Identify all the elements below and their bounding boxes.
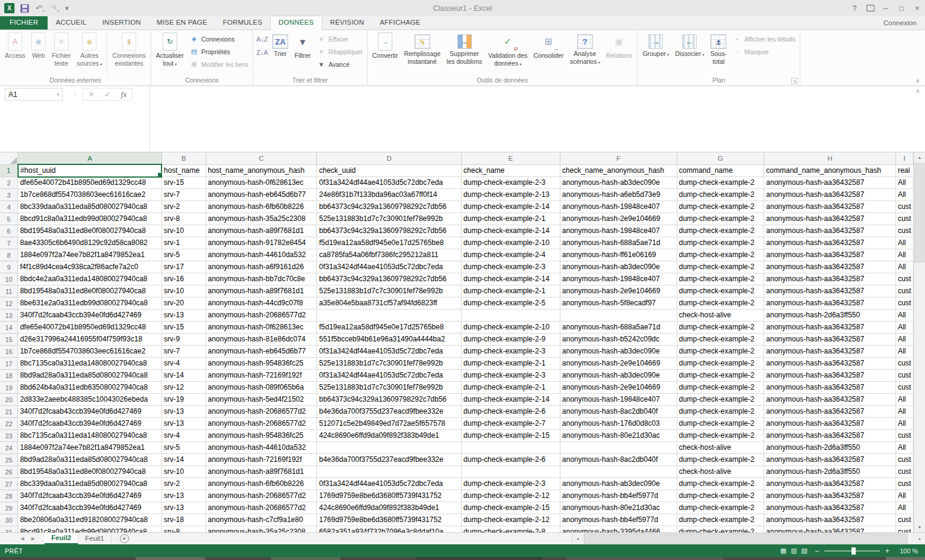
sort-az-button[interactable]: A↓Z — [255, 33, 269, 45]
cell-C18[interactable]: anonymous-hash-72169f192f — [205, 370, 317, 382]
cell-H10[interactable]: anonymous-hash-aa36432587 — [764, 273, 896, 285]
cell-I3[interactable]: All — [895, 189, 913, 201]
cell-B14[interactable]: srv-15 — [161, 322, 205, 334]
cell-I5[interactable]: cust — [895, 213, 913, 225]
row-header-14[interactable]: 14 — [0, 322, 18, 334]
cell-D5[interactable]: 525e131883b1d7c7c30901fef78e992b — [317, 213, 462, 225]
close-button[interactable]: × — [909, 0, 925, 16]
cell-H18[interactable]: anonymous-hash-aa36432587 — [764, 370, 896, 382]
cell-B19[interactable]: srv-12 — [161, 382, 205, 394]
zoom-level[interactable]: 100 % — [895, 547, 918, 555]
cell-I4[interactable]: cust — [895, 201, 913, 213]
cell-B27[interactable]: srv-2 — [161, 478, 205, 490]
reapply-filter-button[interactable]: ▼Réappliquer — [314, 45, 365, 58]
cell-C10[interactable]: anonymous-hash-bb7dc70c8e — [205, 273, 317, 285]
cell-D24[interactable] — [317, 442, 462, 454]
cell-A28[interactable]: 340f7d2fcaab43ccb394e0fd6d427469 — [18, 490, 162, 502]
cell-C21[interactable]: anonymous-hash-20686577d2 — [205, 406, 317, 418]
ungroup-button[interactable]: ←Dissocier▾ — [672, 32, 707, 60]
customize-qat-button[interactable]: ▾ — [65, 4, 69, 13]
cell-F20[interactable]: anonymous-hash-19848ce407 — [560, 394, 677, 406]
cell-D23[interactable]: 424c8690e6ffd9da09f892f383b49de1 — [317, 430, 462, 442]
cell-D3[interactable]: 24e86f31b7f133bda96ac03a67ff0f14 — [317, 189, 462, 201]
cell-D21[interactable]: b4e36da700f3755d237eacd9fbee332e — [317, 406, 462, 418]
row-header-1[interactable]: 1 — [0, 164, 18, 177]
tab-affichage[interactable]: AFFICHAGE — [372, 16, 428, 30]
row-header-28[interactable]: 28 — [0, 490, 18, 502]
formula-bar-collapse-button[interactable]: ∧ — [914, 88, 922, 94]
cell-C24[interactable]: anonymous-hash-44610da532 — [205, 442, 317, 454]
cell-B2[interactable]: srv-15 — [161, 177, 205, 189]
cell-A19[interactable]: 8bd624b4a0a311edb635080027940ca8 — [18, 382, 162, 394]
tab-mise-en-page[interactable]: MISE EN PAGE — [149, 16, 215, 30]
cell-D4[interactable]: bb64373c94c329a13609798292c7db56 — [317, 201, 462, 213]
cell-A17[interactable]: 8bc7135ca0a311eda148080027940ca8 — [18, 358, 162, 370]
column-header-I[interactable]: I — [895, 152, 913, 164]
cell-E25[interactable]: dump-check-example-2-6 — [462, 454, 560, 466]
cell-A18[interactable]: 8bd9ad28a0a311eda85d080027940ca8 — [18, 370, 162, 382]
cell-G19[interactable]: dump-check-example-2 — [677, 382, 764, 394]
cell-G28[interactable]: dump-check-example-2 — [677, 490, 764, 502]
cell-I16[interactable]: All — [895, 346, 913, 358]
row-header-10[interactable]: 10 — [0, 273, 18, 285]
cell-H7[interactable]: anonymous-hash-aa36432587 — [764, 237, 896, 249]
cell-B12[interactable]: srv-20 — [161, 297, 205, 310]
cell-E19[interactable]: dump-check-example-2-1 — [462, 382, 560, 394]
cell-F31[interactable]: anonymous-hash-3395da4466 — [560, 526, 677, 533]
cell-D27[interactable]: 0f31a3424df44ae41053d5c72dbc7eda — [317, 478, 462, 490]
cell-A12[interactable]: 8be631e2a0a311edb99d080027940ca8 — [18, 297, 162, 310]
connections-button[interactable]: ◈Connexions — [187, 33, 251, 45]
row-header-5[interactable]: 5 — [0, 213, 18, 225]
existing-connections-button[interactable]: ▮Connexions existantes — [109, 32, 148, 67]
web-button[interactable]: ◉Web — [28, 32, 49, 60]
column-header-G[interactable]: G — [677, 152, 764, 164]
cell-D31[interactable]: 6582a351a934f732b7096e3c8ddaf10a — [317, 526, 462, 533]
cell-A4[interactable]: 8bc339daa0a311eda85d080027940ca8 — [18, 201, 162, 213]
cell-A14[interactable]: dfe65e40072b41b8950ed69d1329cc48 — [18, 322, 162, 334]
cell-C5[interactable]: anonymous-hash-35a25c2308 — [205, 213, 317, 225]
cell-D25[interactable]: b4e36da700f3755d237eacd9fbee332e — [317, 454, 462, 466]
cell-E13[interactable] — [462, 310, 560, 322]
zoom-slider-thumb[interactable] — [851, 547, 856, 555]
cell-H30[interactable]: anonymous-hash-aa36432587 — [764, 514, 896, 526]
cell-D2[interactable]: 0f31a3424df44ae41053d5c72dbc7eda — [317, 177, 462, 189]
column-header-A[interactable]: A — [18, 152, 162, 164]
cell-E26[interactable] — [462, 466, 560, 478]
row-header-21[interactable]: 21 — [0, 406, 18, 418]
cell-F23[interactable]: anonymous-hash-80e21d30ac — [560, 430, 677, 442]
row-header-4[interactable]: 4 — [0, 201, 18, 213]
cell-D1[interactable]: check_uuid — [317, 164, 462, 177]
cell-F21[interactable]: anonymous-hash-8ac2db040f — [560, 406, 677, 418]
cell-C25[interactable]: anonymous-hash-72169f192f — [205, 454, 317, 466]
cell-I24[interactable]: All — [895, 442, 913, 454]
cell-H1[interactable]: command_name_anonymous_hash — [764, 164, 896, 177]
cell-D10[interactable]: bb64373c94c329a13609798292c7db56 — [317, 273, 462, 285]
cell-G11[interactable]: dump-check-example-2 — [677, 285, 764, 297]
cell-D14[interactable]: f5d19ea12aa58df945e0e17d25765be8 — [317, 322, 462, 334]
cell-I2[interactable]: All — [895, 177, 913, 189]
row-header-18[interactable]: 18 — [0, 370, 18, 382]
cell-H19[interactable]: anonymous-hash-aa36432587 — [764, 382, 896, 394]
cell-D20[interactable]: bb64373c94c329a13609798292c7db56 — [317, 394, 462, 406]
cell-E18[interactable]: dump-check-example-2-3 — [462, 370, 560, 382]
tab-insertion[interactable]: INSERTION — [95, 16, 149, 30]
cancel-icon[interactable]: × — [83, 89, 99, 100]
select-all-corner[interactable] — [0, 152, 18, 164]
cell-I17[interactable]: cust — [895, 358, 913, 370]
cell-G10[interactable]: dump-check-example-2 — [677, 273, 764, 285]
cell-D13[interactable] — [317, 310, 462, 322]
cell-C22[interactable]: anonymous-hash-20686577d2 — [205, 418, 317, 430]
cell-F5[interactable]: anonymous-hash-2e9e104669 — [560, 213, 677, 225]
other-sources-button[interactable]: ◆Autres sources▾ — [74, 32, 105, 69]
ribbon-display-options-button[interactable]: ˆ — [862, 0, 878, 16]
cell-C1[interactable]: host_name_anonymous_hash — [205, 164, 317, 177]
cell-F4[interactable]: anonymous-hash-19848ce407 — [560, 201, 677, 213]
name-box[interactable]: A1 ▾ — [5, 88, 63, 101]
refresh-all-button[interactable]: ↻Actualiser tout▾ — [153, 32, 187, 69]
access-button[interactable]: AAccess — [2, 32, 28, 60]
cell-D29[interactable]: 424c8690e6ffd9da09f892f383b49de1 — [317, 502, 462, 514]
cell-E24[interactable] — [462, 442, 560, 454]
cell-H23[interactable]: anonymous-hash-aa36432587 — [764, 430, 896, 442]
cell-E23[interactable]: dump-check-example-2-15 — [462, 430, 560, 442]
cell-D26[interactable] — [317, 466, 462, 478]
